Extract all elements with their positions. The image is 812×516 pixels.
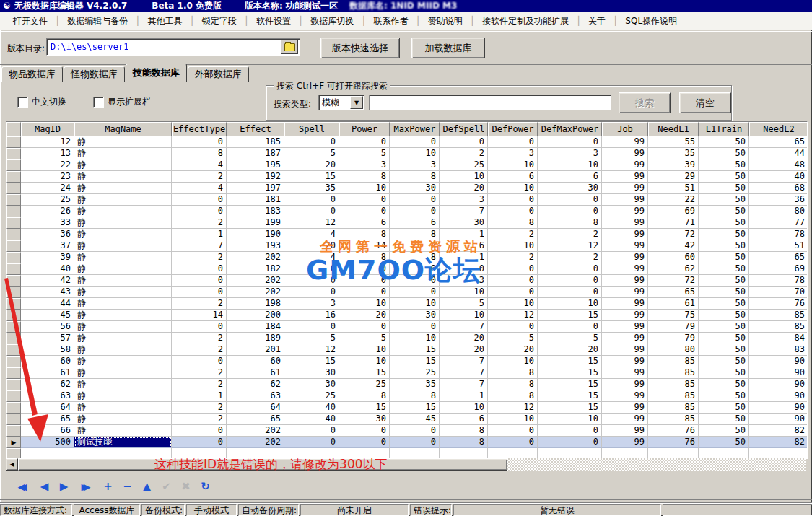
table-cell[interactable]: 5 <box>538 333 602 344</box>
table-cell[interactable]: 静 <box>74 298 172 310</box>
table-cell[interactable]: 99 <box>602 148 648 159</box>
table-cell[interactable]: 99 <box>602 263 648 275</box>
table-cell[interactable]: 静 <box>74 390 172 402</box>
table-cell[interactable]: 50 <box>699 367 749 379</box>
table-cell[interactable]: 2 <box>488 252 538 263</box>
table-cell[interactable]: 37 <box>21 240 74 252</box>
table-cell[interactable]: 26 <box>21 206 74 217</box>
table-cell[interactable]: 35 <box>648 148 699 159</box>
table-cell[interactable]: 90 <box>749 356 808 367</box>
table-cell[interactable]: 50 <box>699 275 749 287</box>
menu-item-9[interactable]: 接软件定制及功能扩展 <box>475 15 576 27</box>
table-cell[interactable]: 199 <box>227 217 284 229</box>
table-cell[interactable]: 90 <box>749 402 808 414</box>
table-cell[interactable]: 85 <box>648 390 699 402</box>
table-cell[interactable]: 2 <box>538 252 602 263</box>
table-cell[interactable]: 10 <box>390 298 440 310</box>
table-cell[interactable]: 0 <box>390 136 440 148</box>
version-quick-select-button[interactable]: 版本快速选择 <box>320 38 400 58</box>
table-cell[interactable]: 50 <box>699 310 749 321</box>
table-cell[interactable]: 65 <box>21 414 74 425</box>
table-cell[interactable]: 198 <box>227 298 284 310</box>
table-cell[interactable]: 50 <box>699 390 749 402</box>
table-cell[interactable]: 0 <box>538 275 602 287</box>
table-cell[interactable]: 202 <box>227 275 284 287</box>
table-cell[interactable]: 15 <box>538 356 602 367</box>
table-cell[interactable]: 15 <box>390 356 440 367</box>
table-cell[interactable]: 60 <box>648 252 699 263</box>
table-cell[interactable]: 50 <box>699 183 749 194</box>
table-cell[interactable]: 99 <box>602 379 648 390</box>
clear-button[interactable]: 清空 <box>679 92 731 113</box>
table-cell[interactable]: 7 <box>440 206 488 217</box>
table-cell[interactable]: 3 <box>339 159 390 171</box>
menu-item-1[interactable]: 打开文件 <box>6 15 55 27</box>
table-cell[interactable]: 185 <box>227 136 284 148</box>
table-cell[interactable]: 1 <box>440 390 488 402</box>
table-cell[interactable]: 7 <box>440 379 488 390</box>
menu-item-10[interactable]: 关于 <box>581 15 613 27</box>
table-cell[interactable]: 99 <box>602 136 648 148</box>
table-cell[interactable]: 0 <box>488 194 538 206</box>
table-cell[interactable]: 静 <box>74 310 172 321</box>
table-cell[interactable]: 76 <box>648 437 699 448</box>
table-cell[interactable]: 99 <box>602 240 648 252</box>
tab-3[interactable]: 技能数据库 <box>126 64 187 82</box>
table-cell[interactable]: 10 <box>488 240 538 252</box>
menu-item-8[interactable]: 赞助说明 <box>421 15 470 27</box>
table-cell[interactable]: 190 <box>227 229 284 240</box>
table-cell[interactable]: 8 <box>488 379 538 390</box>
table-cell[interactable]: 15 <box>538 390 602 402</box>
table-cell[interactable]: 202 <box>227 252 284 263</box>
table-cell[interactable]: 63 <box>21 390 74 402</box>
table-cell[interactable]: 99 <box>602 402 648 414</box>
table-cell[interactable]: 0 <box>172 263 227 275</box>
table-cell[interactable]: 5 <box>488 333 538 344</box>
table-cell[interactable]: 10 <box>488 356 538 367</box>
table-cell[interactable]: 15 <box>538 310 602 321</box>
table-cell[interactable]: 24 <box>21 183 74 194</box>
table-cell[interactable]: 64 <box>227 402 284 414</box>
table-cell[interactable]: 65 <box>749 136 808 148</box>
horizontal-scrollbar[interactable]: ◀ <box>6 458 806 471</box>
table-cell[interactable]: 0 <box>390 437 440 448</box>
table-cell[interactable]: 10 <box>488 159 538 171</box>
table-cell[interactable]: 20 <box>284 159 339 171</box>
table-cell[interactable]: 70 <box>749 287 808 298</box>
table-cell[interactable]: 85 <box>648 414 699 425</box>
table-cell[interactable]: 2 <box>488 229 538 240</box>
table-cell[interactable]: 0 <box>538 321 602 333</box>
table-cell[interactable]: 0 <box>339 437 390 448</box>
table-cell[interactable]: 20 <box>488 344 538 356</box>
table-cell[interactable]: 183 <box>227 206 284 217</box>
menu-item-6[interactable]: 数据库切换 <box>303 15 361 27</box>
table-cell[interactable]: 50 <box>699 344 749 356</box>
table-cell[interactable]: 13 <box>21 148 74 159</box>
search-input[interactable] <box>369 95 611 110</box>
table-cell[interactable]: 0 <box>390 206 440 217</box>
tab-1[interactable]: 物品数据库 <box>1 66 63 82</box>
table-cell[interactable]: 200 <box>227 310 284 321</box>
table-cell[interactable]: 静 <box>74 425 172 437</box>
table-cell[interactable]: 90 <box>749 414 808 425</box>
table-cell[interactable]: 30 <box>440 217 488 229</box>
table-cell[interactable]: 2 <box>172 333 227 344</box>
table-cell[interactable]: 8 <box>172 148 227 159</box>
table-cell[interactable]: 3 <box>488 148 538 159</box>
table-cell[interactable]: 201 <box>227 344 284 356</box>
load-database-button[interactable]: 加载数据库 <box>411 38 485 58</box>
table-cell[interactable]: 51 <box>749 240 808 252</box>
delete-record-button[interactable]: − <box>118 477 137 496</box>
table-cell[interactable]: 99 <box>602 217 648 229</box>
table-cell[interactable]: 10 <box>488 183 538 194</box>
table-cell[interactable]: 71 <box>648 217 699 229</box>
table-cell[interactable]: 0 <box>172 194 227 206</box>
table-cell[interactable]: 15 <box>538 367 602 379</box>
table-cell[interactable]: 静 <box>74 414 172 425</box>
table-cell[interactable]: 0 <box>339 425 390 437</box>
table-cell[interactable]: 50 <box>699 136 749 148</box>
table-cell[interactable]: 99 <box>602 206 648 217</box>
table-cell[interactable]: 静 <box>74 402 172 414</box>
table-cell[interactable]: 5 <box>440 298 488 310</box>
table-cell[interactable]: 182 <box>227 263 284 275</box>
